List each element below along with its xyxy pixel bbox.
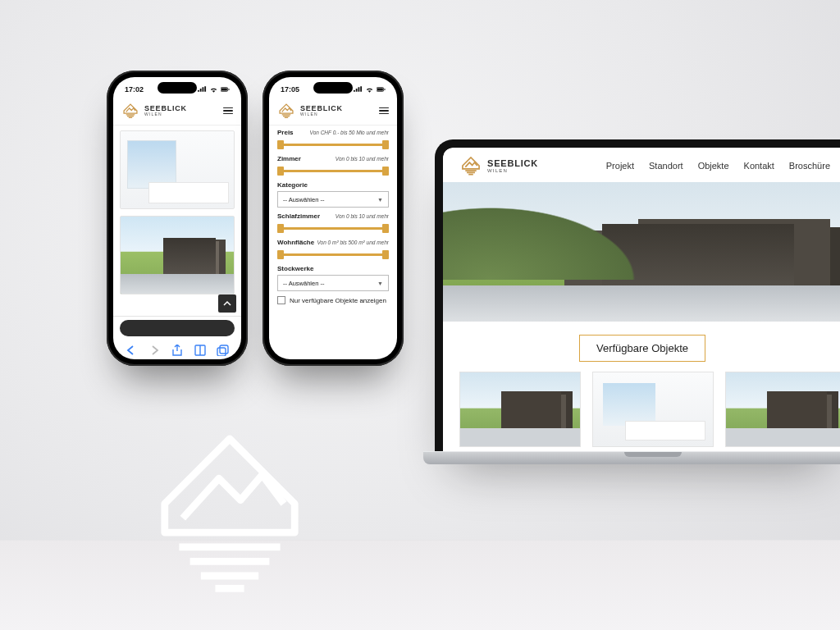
battery-icon — [221, 86, 230, 93]
phone-mockup-filters: 17:05 SEEBLICKWILEN Preis Von CHF 0.- bi… — [262, 71, 404, 366]
nav-projekt[interactable]: Projekt — [606, 161, 634, 171]
listing-card[interactable] — [725, 372, 840, 447]
filter-label-schlafzimmer: Schlafzimmer — [277, 212, 320, 220]
listing-card[interactable] — [592, 372, 714, 447]
svg-rect-13 — [217, 348, 226, 356]
brand-logo[interactable]: SEEBLICKWILEN — [277, 102, 343, 120]
back-icon[interactable] — [125, 345, 138, 356]
hero-image — [443, 182, 840, 322]
svg-rect-6 — [228, 89, 229, 90]
listing-card[interactable] — [459, 372, 581, 447]
laptop-base — [423, 451, 840, 464]
mountain-house-icon — [459, 154, 482, 177]
filter-label-wohnflaeche: Wohnfläche — [277, 239, 314, 246]
filter-form: Preis Von CHF 0.- bis 50 Mio und mehr Zi… — [269, 126, 397, 359]
nav-kontakt[interactable]: Kontakt — [744, 161, 774, 171]
tabs-icon[interactable] — [217, 345, 230, 356]
svg-rect-12 — [220, 345, 228, 354]
main-nav: Projekt Standort Objekte Kontakt Broschü… — [606, 161, 830, 171]
scroll-to-top-button[interactable] — [218, 294, 236, 313]
checkbox-label-only-available: Nur verfügbare Objekte anzeigen — [290, 297, 386, 304]
chevron-up-icon — [223, 299, 231, 308]
slider-schlafzimmer[interactable] — [277, 222, 389, 234]
svg-rect-16 — [384, 89, 385, 90]
app-header: SEEBLICKWILEN — [113, 98, 241, 126]
floor-surface — [0, 540, 840, 630]
cell-signal-icon — [354, 86, 363, 93]
filter-label-stockwerke: Stockwerke — [277, 265, 313, 272]
svg-rect-15 — [377, 88, 383, 90]
phone-notch — [313, 82, 353, 94]
bookmarks-icon[interactable] — [194, 345, 207, 356]
share-icon[interactable] — [171, 345, 184, 356]
select-kategorie[interactable]: -- Auswählen -- ▼ — [277, 191, 389, 208]
slider-preis[interactable] — [277, 139, 389, 150]
menu-button[interactable] — [223, 107, 233, 115]
filter-range-zimmer: Von 0 bis 10 und mehr — [336, 156, 389, 162]
status-time: 17:05 — [281, 85, 299, 94]
phone-notch — [158, 82, 197, 94]
brand-logo[interactable]: SEEBLICKWILEN — [459, 154, 538, 177]
checkbox-only-available[interactable] — [277, 296, 285, 304]
cta-verfuegbare-objekte[interactable]: Verfügbare Objekte — [579, 335, 705, 362]
laptop-mockup: SEEBLICKWILEN Projekt Standort Objekte K… — [423, 139, 840, 464]
caret-down-icon: ▼ — [377, 197, 383, 203]
nav-broschuere[interactable]: Broschüre — [789, 161, 830, 171]
browser-url-bar[interactable] — [113, 316, 241, 340]
phone-mockup-gallery: 17:02 SEEBLICKWILEN — [107, 71, 248, 366]
wifi-icon — [365, 86, 374, 93]
browser-toolbar — [113, 340, 241, 359]
filter-range-schlafzimmer: Von 0 bis 10 und mehr — [336, 213, 389, 219]
battery-icon — [377, 86, 386, 93]
mountain-house-icon — [121, 102, 139, 120]
gallery-image-exterior[interactable] — [120, 216, 235, 294]
site-header: SEEBLICKWILEN Projekt Standort Objekte K… — [443, 148, 840, 182]
slider-wohnflaeche[interactable] — [277, 249, 389, 260]
listing-thumbnails — [443, 372, 840, 447]
status-time: 17:02 — [125, 85, 144, 94]
filter-label-preis: Preis — [277, 129, 294, 136]
gallery-image-interior[interactable] — [120, 130, 235, 209]
select-stockwerke[interactable]: -- Auswählen -- ▼ — [277, 275, 389, 291]
brand-watermark-logo — [139, 413, 320, 597]
filter-label-zimmer: Zimmer — [277, 155, 301, 162]
slider-zimmer[interactable] — [277, 165, 389, 176]
wifi-icon — [209, 86, 218, 93]
menu-button[interactable] — [379, 107, 389, 115]
mountain-house-icon — [277, 102, 295, 120]
filter-label-kategorie: Kategorie — [277, 181, 308, 189]
nav-standort[interactable]: Standort — [649, 161, 683, 171]
nav-objekte[interactable]: Objekte — [698, 161, 729, 171]
svg-rect-5 — [221, 88, 227, 90]
forward-icon — [148, 345, 161, 356]
filter-range-preis: Von CHF 0.- bis 50 Mio und mehr — [310, 130, 389, 135]
cell-signal-icon — [198, 86, 207, 93]
caret-down-icon: ▼ — [377, 281, 383, 286]
brand-logo[interactable]: SEEBLICKWILEN — [121, 102, 187, 120]
filter-range-wohnflaeche: Von 0 m² bis 500 m² und mehr — [317, 240, 389, 245]
app-header: SEEBLICKWILEN — [269, 98, 397, 126]
